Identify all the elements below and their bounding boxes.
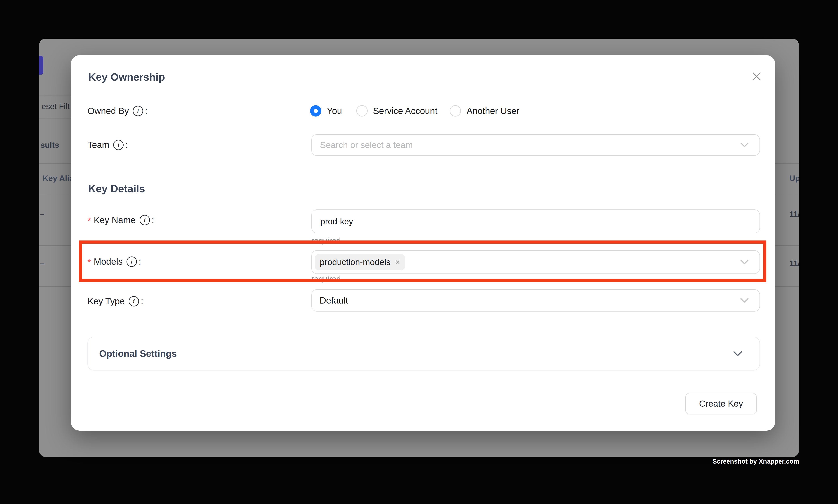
optional-settings-toggle[interactable]: Optional Settings bbox=[88, 337, 760, 371]
table-cell-alias: – bbox=[40, 209, 44, 219]
owned-by-label: Owned By i : bbox=[88, 105, 147, 117]
key-name-input[interactable]: prod-key bbox=[311, 210, 760, 233]
radio-another-user[interactable]: Another User bbox=[450, 105, 519, 116]
updated-column-header-partial: Up bbox=[789, 173, 799, 183]
info-icon: i bbox=[113, 140, 124, 150]
key-type-label: Key Type i : bbox=[88, 295, 143, 307]
close-button[interactable] bbox=[751, 70, 763, 82]
radio-selected-icon bbox=[310, 105, 321, 116]
create-key-modal: Key Ownership Owned By i : You Service A… bbox=[71, 55, 775, 431]
table-divider bbox=[39, 118, 73, 119]
modal-title: Key Ownership bbox=[88, 71, 165, 83]
models-required-error: required bbox=[311, 274, 341, 284]
tag-remove-icon[interactable]: × bbox=[395, 257, 400, 267]
radio-unselected-icon bbox=[450, 105, 461, 116]
xnapper-watermark: Screenshot by Xnapper.com bbox=[712, 458, 799, 465]
models-select[interactable]: production-models × bbox=[311, 250, 760, 274]
table-cell-date: 11/ bbox=[789, 258, 799, 268]
screenshot-stage: eset Filt sults Key Alia Up – 11/ – 11/ … bbox=[0, 0, 838, 504]
table-cell-alias: – bbox=[40, 258, 44, 268]
key-type-select[interactable]: Default bbox=[311, 289, 760, 311]
info-icon: i bbox=[140, 215, 150, 225]
owned-by-radio-group: You Service Account Another User bbox=[310, 105, 519, 117]
table-cell-date: 11/ bbox=[789, 209, 799, 219]
key-name-required-error: required bbox=[311, 236, 341, 245]
team-select-placeholder: Search or select a team bbox=[320, 140, 413, 150]
reset-filters-button-partial: eset Filt bbox=[41, 101, 70, 111]
required-asterisk: * bbox=[88, 257, 91, 268]
chevron-down-icon bbox=[741, 143, 749, 148]
key-alias-column-header-partial: Key Alia bbox=[42, 173, 74, 183]
info-icon: i bbox=[126, 256, 137, 267]
key-name-label: * Key Name i : bbox=[88, 214, 154, 226]
info-icon: i bbox=[129, 296, 139, 306]
close-icon bbox=[752, 72, 761, 81]
chevron-down-icon bbox=[733, 351, 742, 356]
radio-unselected-icon bbox=[356, 105, 368, 116]
model-tag-label: production-models bbox=[320, 257, 391, 267]
radio-you[interactable]: You bbox=[310, 105, 342, 116]
create-key-button[interactable]: Create Key bbox=[685, 393, 757, 414]
chevron-down-icon bbox=[741, 259, 749, 265]
key-details-heading: Key Details bbox=[88, 182, 145, 195]
chevron-down-icon bbox=[741, 298, 749, 303]
info-icon: i bbox=[133, 106, 143, 116]
required-asterisk: * bbox=[88, 216, 91, 226]
team-label: Team i : bbox=[88, 139, 128, 151]
create-key-button-fragment bbox=[39, 56, 43, 75]
table-divider bbox=[39, 95, 73, 95]
radio-service-account[interactable]: Service Account bbox=[356, 105, 438, 116]
models-label: * Models i : bbox=[88, 255, 141, 268]
key-name-value: prod-key bbox=[320, 217, 353, 226]
optional-settings-label: Optional Settings bbox=[99, 348, 177, 359]
results-count-partial: sults bbox=[40, 140, 59, 150]
key-type-value: Default bbox=[320, 295, 348, 306]
selected-model-tag: production-models × bbox=[315, 254, 405, 270]
team-select[interactable]: Search or select a team bbox=[311, 134, 760, 156]
